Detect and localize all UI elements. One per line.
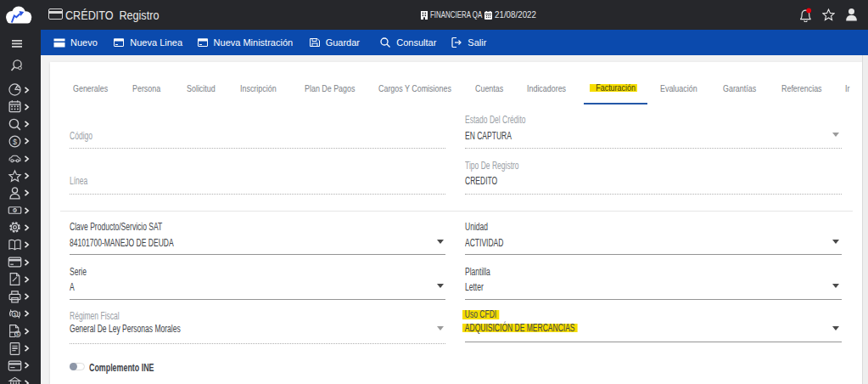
svg-text:$: $	[12, 138, 16, 146]
svg-text:$: $	[14, 208, 16, 212]
svg-text:$: $	[13, 312, 16, 317]
